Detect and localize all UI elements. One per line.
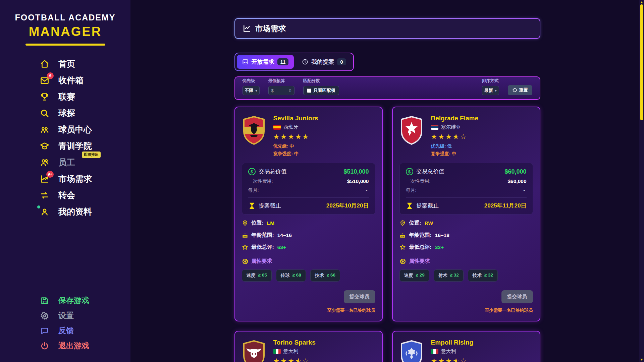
match-score-label: 匹配分数	[303, 78, 339, 84]
tabs-container: 开放需求 11 我的提案 0	[234, 53, 354, 71]
onetime-value: $510,000	[347, 178, 369, 184]
country-name: 塞尔维亚	[441, 124, 461, 130]
country-name: 意大利	[283, 348, 299, 355]
priority-select[interactable]: 不限 ▾	[243, 86, 260, 95]
total-value: $510,000	[343, 168, 369, 175]
save-icon	[40, 296, 50, 306]
trophy-icon	[40, 92, 50, 102]
competition-line: 竞争强度: 中	[431, 151, 479, 157]
budget-input-wrap: $	[268, 86, 294, 95]
demand-card-sevilla: Sevilla Juniors 西班牙 ★★★★★☆ 优先级: 中 竞争强度: …	[234, 107, 383, 321]
sort-label: 排序方式	[482, 78, 499, 84]
sidebar-item-market-demand[interactable]: 9+ 市场需求	[40, 171, 130, 187]
settings-button[interactable]: 设置	[40, 308, 130, 323]
sidebar-item-player-center[interactable]: 球员中心	[40, 121, 130, 138]
scroll-down-arrow[interactable]	[640, 359, 643, 361]
sort-select[interactable]: 最新 ▾	[482, 86, 499, 95]
submit-player-button[interactable]: 提交球员	[344, 290, 375, 303]
chevron-down-icon: ▾	[495, 89, 496, 93]
market-badge: 9+	[46, 171, 54, 178]
sidebar-item-league[interactable]: 联赛	[40, 88, 130, 105]
sidebar-item-inbox[interactable]: 6 收件箱	[40, 72, 130, 88]
flag-icon-italy	[431, 349, 438, 354]
priority-line: 优先级: 中	[273, 143, 318, 149]
budget-input[interactable]	[275, 88, 291, 93]
sidebar-item-profile[interactable]: 我的资料	[40, 203, 130, 220]
cake-icon	[399, 232, 406, 238]
chat-icon	[40, 326, 50, 336]
feedback-button[interactable]: 反馈	[40, 323, 130, 338]
page-title: 市场需求	[255, 23, 286, 34]
attributes-header: 属性要求	[242, 258, 375, 265]
club-name: Empoli Rising	[431, 339, 474, 346]
scroll-up-arrow[interactable]	[640, 1, 643, 3]
search-icon	[40, 108, 50, 118]
logo-line2: MANAGER	[0, 24, 130, 39]
inbox-badge: 6	[47, 72, 54, 79]
main-area: 市场需求 开放需求 11 我的提案 0	[130, 0, 644, 362]
money-icon: $	[248, 168, 256, 175]
demand-card-empoli: Empoli Rising 意大利 ★★★★☆☆ 优先级: 中 竞争强度: 中	[392, 331, 540, 362]
match-only-checkbox-group[interactable]: 只看匹配项	[303, 86, 339, 95]
sidebar-item-home[interactable]: 首页	[40, 56, 130, 72]
match-only-checkbox[interactable]	[307, 88, 311, 93]
sidebar-item-scout[interactable]: 球探	[40, 105, 130, 121]
logo-underline	[25, 44, 105, 46]
transfer-icon	[40, 190, 50, 200]
reset-icon	[512, 88, 517, 93]
attr-chip: 技术≥ 66	[310, 269, 340, 282]
star-rating: ★★★★☆☆	[431, 133, 479, 141]
star-rating: ★★★★☆☆	[431, 357, 474, 362]
deadline-value: 2025年10月20日	[326, 202, 369, 209]
submit-player-button[interactable]: 提交球员	[501, 290, 533, 303]
market-icon: 9+	[40, 174, 50, 184]
overall-row: 最低总评: 63+	[242, 244, 375, 251]
staff-icon	[40, 158, 50, 168]
competition-line: 竞争强度: 中	[273, 151, 318, 157]
my-proposals-count: 0	[337, 58, 346, 65]
location-pin-icon	[399, 220, 406, 226]
club-crest-belgrade	[399, 116, 424, 145]
save-game-button[interactable]: 保存游戏	[40, 293, 130, 308]
sidebar-item-transfer[interactable]: 转会	[40, 187, 130, 203]
signed-player-note: 至少需要一名已签约球员	[242, 307, 375, 313]
flag-icon-italy	[273, 349, 281, 354]
club-crest-torino	[242, 340, 266, 362]
scrollbar-thumb[interactable]	[640, 4, 643, 120]
main-nav: 首页 6 收件箱 联赛 球探 球员中心	[0, 56, 130, 220]
currency-prefix: $	[271, 88, 274, 93]
priority-filter-label: 优先级	[243, 78, 260, 84]
age-row: 年龄范围: 16–18	[399, 232, 533, 239]
flag-icon-serbia	[431, 125, 438, 130]
club-name: Torino Sparks	[273, 339, 316, 346]
sidebar-item-staff[interactable]: 员工 即将推出	[40, 154, 130, 171]
app-logo: FOOTBALL ACADEMY MANAGER	[0, 13, 130, 46]
profile-icon	[40, 207, 50, 217]
attributes-icon	[242, 258, 249, 265]
quit-game-button[interactable]: 退出游戏	[40, 338, 130, 353]
logo-line1: FOOTBALL ACADEMY	[0, 13, 130, 22]
star-outline-icon	[242, 244, 248, 250]
total-value: $60,000	[504, 168, 526, 175]
page-title-box: 市场需求	[234, 18, 540, 39]
club-crest-sevilla	[242, 116, 266, 145]
tab-open-demands[interactable]: 开放需求 11	[237, 55, 294, 69]
reset-button[interactable]: 重置	[508, 85, 532, 95]
gear-icon	[40, 311, 50, 321]
hourglass-icon	[406, 202, 413, 209]
trending-chart-icon	[243, 24, 251, 33]
cake-icon	[242, 232, 248, 238]
tab-my-proposals[interactable]: 我的提案 0	[297, 55, 351, 69]
filter-bar: 优先级 不限 ▾ 最低预算 $ 匹配分数 只看匹配项	[234, 76, 540, 100]
players-icon	[40, 125, 50, 135]
club-name: Sevilla Juniors	[273, 115, 318, 122]
clock-icon	[302, 59, 308, 65]
attr-chip: 射术≥ 32	[434, 269, 464, 282]
deal-panel: $ 交易总价值 $60,000 一次性费用: $60,000 每月: -	[399, 163, 533, 215]
attr-chip: 速度≥ 65	[242, 269, 272, 282]
attr-chip: 传球≥ 68	[276, 269, 306, 282]
attr-chip: 速度≥ 29	[399, 269, 429, 282]
star-rating: ★★★★☆☆	[273, 357, 316, 362]
money-icon: $	[406, 168, 413, 175]
open-demands-count: 11	[277, 58, 289, 65]
